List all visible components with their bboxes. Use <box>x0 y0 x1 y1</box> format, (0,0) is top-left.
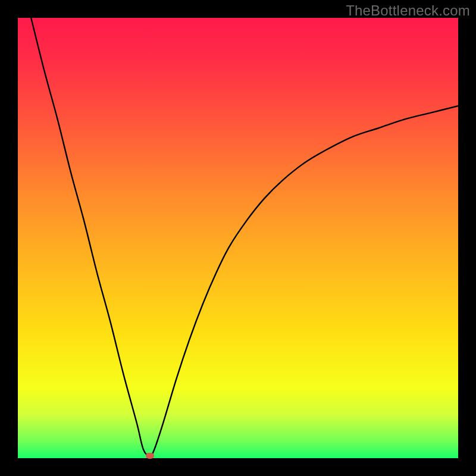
watermark-text: TheBottleneck.com <box>346 2 470 19</box>
optimal-marker <box>146 453 154 459</box>
plot-area <box>18 18 458 458</box>
curve-path <box>31 18 458 456</box>
chart-frame: TheBottleneck.com <box>0 0 476 476</box>
bottleneck-curve <box>18 18 458 458</box>
